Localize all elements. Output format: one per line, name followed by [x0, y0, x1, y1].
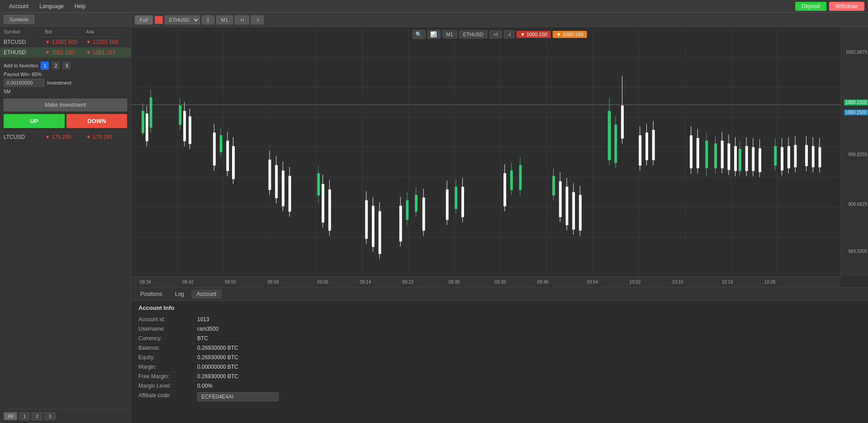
chart-canvas — [131, 27, 841, 276]
fav-btn-1[interactable]: 1 — [41, 62, 49, 70]
chart-btn-full[interactable]: Full — [135, 15, 153, 24]
expiry-value: 5M — [4, 89, 10, 94]
withdraw-button[interactable]: Withdraw — [829, 2, 864, 11]
expiry-row: 5M — [4, 89, 127, 94]
account-id-label: Account id: — [138, 316, 197, 323]
svg-rect-76 — [566, 187, 568, 225]
symbol-row-btcusd[interactable]: BTCUSD ▼ 11001.500 ▼ 11001.500 — [0, 37, 131, 48]
chart-btn-plus-i[interactable]: +I — [235, 15, 249, 24]
svg-rect-34 — [146, 114, 148, 141]
page-tab-all[interactable]: All — [4, 412, 17, 420]
tab-log[interactable]: Log — [170, 290, 190, 299]
time-0954: 09:54 — [587, 280, 598, 285]
overlay-btn-plus-i[interactable]: +I — [489, 30, 502, 38]
price-1002: 1002.9875 — [846, 50, 867, 55]
svg-rect-14 — [455, 187, 457, 209]
account-id-value: 1013 — [197, 316, 209, 323]
equity-label: Equity: — [138, 354, 197, 361]
page-tab-2[interactable]: 2 — [32, 412, 43, 420]
symbol-name-ltcusd: LTCUSD — [4, 134, 45, 140]
time-axis: 08:34 08:42 08:50 08:58 09:06 09:14 09:2… — [131, 276, 841, 287]
sidebar-spacer — [0, 143, 131, 409]
deposit-button[interactable]: Deposit — [795, 2, 826, 11]
margin-row: Margin: 0.00000000 BTC — [138, 362, 861, 372]
chart-btn-minus-i[interactable]: -I — [251, 15, 264, 24]
right-panel: Full ETHUSD 1 M1 +I -I ACTIVE 🔍 📊 M1 ETH… — [131, 13, 868, 423]
svg-rect-42 — [227, 141, 229, 171]
svg-rect-16 — [510, 171, 512, 190]
price-984: 984.5000 — [848, 249, 867, 254]
symbol-row-ethusd[interactable]: ETHUSD ▼ 1001.150 ▼ 1001.163 — [0, 48, 131, 58]
fav-btn-2[interactable]: 2 — [52, 62, 60, 70]
overlay-btn-symbol[interactable]: ETHUSD — [459, 30, 488, 38]
symbol-select[interactable]: ETHUSD — [165, 15, 200, 24]
sidebar: Symbols Symbol Bid Ask BTCUSD ▼ 11001.50… — [0, 13, 131, 423]
down-button[interactable]: DOWN — [66, 114, 128, 128]
affiliate-code-row: Affiliate code: — [138, 391, 861, 403]
chart-btn-1[interactable]: 1 — [202, 15, 214, 24]
svg-rect-0 — [142, 111, 144, 133]
margin-level-label: Margin Level: — [138, 383, 197, 389]
fav-btn-3[interactable]: 3 — [62, 62, 71, 70]
bid-ltcusd: ▼ 179.295 — [45, 134, 86, 140]
account-id-row: Account id: 1013 — [138, 315, 861, 324]
equity-row: Equity: 0.26930000 BTC — [138, 353, 861, 362]
affiliate-code-input[interactable] — [197, 392, 279, 401]
symbols-tab-button[interactable]: Symbols — [4, 15, 34, 24]
svg-rect-54 — [322, 184, 324, 222]
overlay-btn-minus-i[interactable]: -I — [503, 30, 515, 38]
bar-chart-icon[interactable]: 📊 — [427, 30, 440, 39]
price-badge-orange: ▼ 1000.150 — [553, 31, 587, 38]
account-info-title: Account Info — [138, 304, 861, 311]
bottom-panel: Positions Log Account Account Info Accou… — [131, 287, 868, 423]
zoom-icon[interactable]: 🔍 — [412, 30, 425, 39]
time-1026: 10:26 — [764, 280, 776, 285]
time-0930: 09:30 — [448, 280, 460, 285]
chart-btn-m1[interactable]: M1 — [216, 15, 233, 24]
margin-label: Margin: — [138, 364, 197, 370]
symbol-name-btcusd: BTCUSD — [4, 39, 45, 45]
price-1000-blue: 1000.1500 — [844, 109, 868, 115]
page-tab-1[interactable]: 1 — [19, 412, 30, 420]
time-0914: 09:14 — [360, 280, 371, 285]
make-investment-button[interactable]: Make Investment — [4, 99, 127, 111]
time-0858: 08:58 — [267, 280, 279, 285]
menu-language[interactable]: Language — [34, 1, 69, 11]
ask-ethusd: ▼ 1001.163 — [86, 49, 127, 56]
overlay-btn-m1[interactable]: M1 — [442, 30, 457, 38]
time-0850: 08:50 — [225, 280, 236, 285]
symbol-row-ltcusd[interactable]: LTCUSD ▼ 179.295 ▼ 179.295 — [0, 132, 131, 143]
time-0834: 08:34 — [140, 280, 151, 285]
price-990: 900.6625 — [848, 202, 867, 207]
bid-ethusd: ▼ 1001.150 — [45, 49, 86, 56]
tab-positions[interactable]: Positions — [135, 290, 168, 299]
svg-rect-52 — [289, 176, 291, 211]
time-0842: 08:42 — [182, 280, 194, 285]
up-button[interactable]: UP — [4, 114, 65, 128]
time-0938: 09:38 — [494, 280, 506, 285]
color-picker[interactable] — [155, 16, 163, 24]
bid-btcusd: ▼ 11001.500 — [45, 39, 86, 45]
margin-level-row: Margin Level: 0.00% — [138, 381, 861, 391]
add-to-favorites-row: Add to favorites 1 2 3 — [4, 62, 127, 70]
balance-value: 0.26930000 BTC — [197, 345, 238, 351]
top-menu-bar: Account Language Help Deposit Withdraw — [0, 0, 868, 13]
free-margin-row: Free Margin: 0.26930000 BTC — [138, 372, 861, 381]
symbols-header: Symbol Bid Ask — [0, 27, 131, 37]
menu-account[interactable]: Account — [4, 1, 34, 11]
col-symbol: Symbol — [4, 29, 45, 34]
chart-area: ACTIVE 🔍 📊 M1 ETHUSD +I -I ▼ 1000.150 ▼ … — [131, 27, 868, 287]
tab-account[interactable]: Account — [191, 290, 222, 299]
time-0906: 09:06 — [317, 280, 328, 285]
col-ask: Ask — [86, 29, 127, 34]
username-label: Username: — [138, 326, 197, 332]
page-tab-3[interactable]: 3 — [44, 412, 55, 420]
ask-ltcusd: ▼ 179.295 — [86, 134, 127, 140]
menu-help[interactable]: Help — [69, 1, 91, 11]
investment-row: Investment — [4, 79, 127, 87]
investment-input[interactable] — [4, 79, 44, 87]
col-bid: Bid — [45, 29, 86, 34]
payout-win-label: Payout Win: 65% — [4, 71, 42, 77]
price-1000-green: 1000.1500 — [844, 100, 868, 105]
up-down-buttons: UP DOWN — [4, 114, 127, 128]
